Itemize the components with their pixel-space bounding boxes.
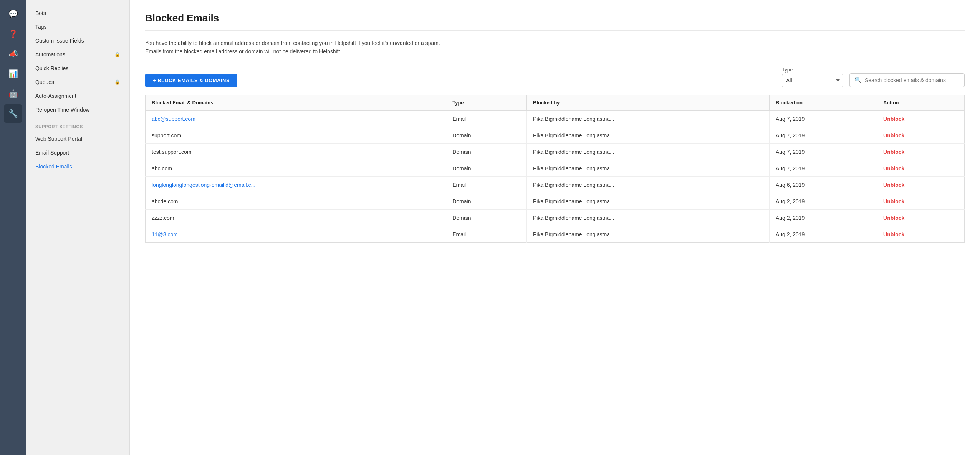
table-row: abc@support.comEmailPika Bigmiddlename L… — [146, 110, 965, 127]
table-row: support.comDomainPika Bigmiddlename Long… — [146, 127, 965, 143]
col-header-address: Blocked Email & Domains — [146, 95, 446, 110]
cell-type: Domain — [446, 209, 527, 226]
cell-type: Email — [446, 176, 527, 193]
unblock-button[interactable]: Unblock — [883, 116, 904, 122]
cell-blocked-on: Aug 2, 2019 — [769, 193, 877, 209]
cell-address: abc@support.com — [146, 110, 446, 127]
unblock-button[interactable]: Unblock — [883, 149, 904, 155]
sidebar-item-blocked-emails[interactable]: Blocked Emails — [26, 160, 129, 173]
sidebar-item-label: Queues — [35, 79, 54, 85]
sidebar-item-email-support[interactable]: Email Support — [26, 146, 129, 160]
cell-address: test.support.com — [146, 143, 446, 160]
cell-action: Unblock — [877, 127, 965, 143]
col-header-type: Type — [446, 95, 527, 110]
chat-nav-icon[interactable]: 💬 — [4, 5, 22, 23]
cell-action: Unblock — [877, 226, 965, 242]
cell-action: Unblock — [877, 143, 965, 160]
block-emails-domains-button[interactable]: + BLOCK EMAILS & DOMAINS — [145, 74, 237, 87]
email-link[interactable]: abc@support.com — [152, 116, 195, 122]
unblock-button[interactable]: Unblock — [883, 165, 904, 171]
table-row: test.support.comDomainPika Bigmiddlename… — [146, 143, 965, 160]
sidebar-item-label: Re-open Time Window — [35, 107, 90, 113]
cell-blocked-by: Pika Bigmiddlename Longlastna... — [526, 209, 769, 226]
search-input[interactable] — [865, 77, 960, 83]
cell-blocked-by: Pika Bigmiddlename Longlastna... — [526, 193, 769, 209]
cell-blocked-on: Aug 7, 2019 — [769, 127, 877, 143]
help-nav-icon[interactable]: ❓ — [4, 25, 22, 43]
table-header-row: Blocked Email & Domains Type Blocked by … — [146, 95, 965, 110]
sidebar-item-label: Tags — [35, 24, 47, 30]
sidebar-item-queues[interactable]: Queues 🔒 — [26, 75, 129, 89]
type-filter-group: Type All Email Domain — [782, 67, 843, 87]
type-select[interactable]: All Email Domain — [782, 74, 843, 87]
page-title: Blocked Emails — [145, 12, 965, 31]
email-link[interactable]: longlonglonglongestlong-emailid@email.c.… — [152, 182, 255, 188]
sidebar-item-auto-assignment[interactable]: Auto-Assignment — [26, 89, 129, 103]
cell-type: Email — [446, 226, 527, 242]
type-label: Type — [782, 67, 843, 73]
cell-blocked-on: Aug 2, 2019 — [769, 209, 877, 226]
sidebar-item-reopen-time-window[interactable]: Re-open Time Window — [26, 103, 129, 117]
ai-nav-icon[interactable]: 🤖 — [4, 84, 22, 103]
unblock-button[interactable]: Unblock — [883, 215, 904, 221]
table-row: 11@3.comEmailPika Bigmiddlename Longlast… — [146, 226, 965, 242]
lock-icon: 🔒 — [114, 79, 120, 85]
cell-blocked-by: Pika Bigmiddlename Longlastna... — [526, 160, 769, 176]
cell-address: abc.com — [146, 160, 446, 176]
sidebar-item-label: Email Support — [35, 150, 69, 156]
lock-icon: 🔒 — [114, 52, 120, 57]
search-box: 🔍 — [849, 73, 965, 87]
cell-address: longlonglonglongestlong-emailid@email.c.… — [146, 176, 446, 193]
sidebar-item-automations[interactable]: Automations 🔒 — [26, 48, 129, 61]
cell-type: Domain — [446, 193, 527, 209]
megaphone-nav-icon[interactable]: 📣 — [4, 45, 22, 63]
cell-blocked-by: Pika Bigmiddlename Longlastna... — [526, 110, 769, 127]
sidebar-item-quick-replies[interactable]: Quick Replies — [26, 61, 129, 75]
table-row: zzzz.comDomainPika Bigmiddlename Longlas… — [146, 209, 965, 226]
cell-blocked-on: Aug 2, 2019 — [769, 226, 877, 242]
cell-address: 11@3.com — [146, 226, 446, 242]
cell-blocked-on: Aug 7, 2019 — [769, 143, 877, 160]
table-row: abc.comDomainPika Bigmiddlename Longlast… — [146, 160, 965, 176]
cell-blocked-on: Aug 7, 2019 — [769, 160, 877, 176]
main-content: Blocked Emails You have the ability to b… — [130, 0, 980, 455]
cell-address: zzzz.com — [146, 209, 446, 226]
cell-blocked-by: Pika Bigmiddlename Longlastna... — [526, 226, 769, 242]
email-link[interactable]: 11@3.com — [152, 231, 178, 237]
unblock-button[interactable]: Unblock — [883, 231, 904, 237]
cell-address: support.com — [146, 127, 446, 143]
cell-action: Unblock — [877, 160, 965, 176]
tools-nav-icon[interactable]: 🔧 — [4, 104, 22, 123]
sidebar-item-custom-issue-fields[interactable]: Custom Issue Fields — [26, 34, 129, 48]
cell-action: Unblock — [877, 193, 965, 209]
sidebar-item-label: Auto-Assignment — [35, 93, 76, 99]
cell-blocked-on: Aug 7, 2019 — [769, 110, 877, 127]
cell-action: Unblock — [877, 176, 965, 193]
cell-type: Domain — [446, 143, 527, 160]
chart-nav-icon[interactable]: 📊 — [4, 64, 22, 83]
table-row: longlonglonglongestlong-emailid@email.c.… — [146, 176, 965, 193]
sidebar-item-label: Automations — [35, 51, 65, 58]
cell-type: Domain — [446, 160, 527, 176]
cell-type: Email — [446, 110, 527, 127]
cell-blocked-on: Aug 6, 2019 — [769, 176, 877, 193]
col-header-blocked-by: Blocked by — [526, 95, 769, 110]
unblock-button[interactable]: Unblock — [883, 182, 904, 188]
cell-blocked-by: Pika Bigmiddlename Longlastna... — [526, 143, 769, 160]
sidebar-item-bots[interactable]: Bots — [26, 6, 129, 20]
page-description: You have the ability to block an email a… — [145, 39, 445, 56]
unblock-button[interactable]: Unblock — [883, 198, 904, 204]
unblock-button[interactable]: Unblock — [883, 132, 904, 138]
nav-sidebar: Bots Tags Custom Issue Fields Automation… — [26, 0, 130, 455]
col-header-action: Action — [877, 95, 965, 110]
col-header-blocked-on: Blocked on — [769, 95, 877, 110]
cell-blocked-by: Pika Bigmiddlename Longlastna... — [526, 176, 769, 193]
search-icon: 🔍 — [854, 77, 862, 84]
sidebar-item-label: Custom Issue Fields — [35, 38, 84, 44]
cell-type: Domain — [446, 127, 527, 143]
sidebar-item-tags[interactable]: Tags — [26, 20, 129, 34]
sidebar-item-label: Web Support Portal — [35, 136, 82, 142]
sidebar-item-web-support-portal[interactable]: Web Support Portal — [26, 132, 129, 146]
cell-address: abcde.com — [146, 193, 446, 209]
support-settings-section-label: SUPPORT SETTINGS — [26, 117, 129, 132]
